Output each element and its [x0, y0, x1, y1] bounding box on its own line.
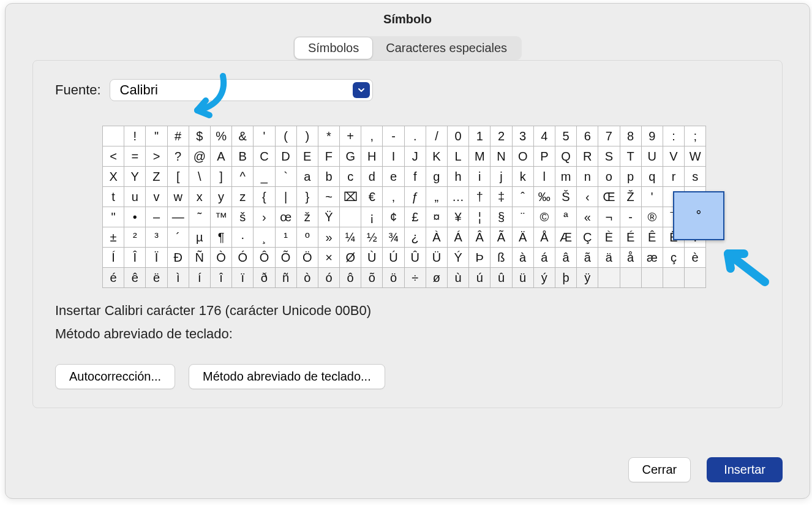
character-cell[interactable]: ²	[124, 227, 146, 248]
character-cell[interactable]: Õ	[276, 248, 297, 268]
character-cell[interactable]: 6	[577, 126, 598, 146]
character-cell[interactable]: è	[685, 248, 706, 268]
character-cell[interactable]	[598, 268, 620, 288]
character-cell[interactable]: ì	[168, 268, 189, 288]
character-cell[interactable]: Š	[555, 187, 577, 207]
character-cell[interactable]: ¢	[383, 207, 404, 227]
character-cell[interactable]: «	[577, 207, 598, 227]
close-button[interactable]: Cerrar	[628, 457, 691, 482]
character-cell[interactable]: ¾	[383, 227, 404, 248]
character-cell[interactable]: [	[168, 167, 189, 187]
character-cell[interactable]: ˜	[189, 207, 211, 227]
character-cell[interactable]	[103, 126, 124, 146]
character-cell[interactable]: ;	[685, 126, 706, 146]
character-cell[interactable]: ý	[534, 268, 555, 288]
character-cell[interactable]: +	[340, 126, 361, 146]
character-cell[interactable]: 5	[555, 126, 577, 146]
character-cell[interactable]: Ñ	[189, 248, 211, 268]
character-cell[interactable]: \	[189, 167, 211, 187]
character-cell[interactable]: ±	[103, 227, 124, 248]
character-cell[interactable]: é	[103, 268, 124, 288]
character-cell[interactable]: À	[426, 227, 448, 248]
character-cell[interactable]: È	[598, 227, 620, 248]
character-cell[interactable]: ~	[318, 187, 340, 207]
character-cell[interactable]: —	[168, 207, 189, 227]
character-cell[interactable]: Ö	[297, 248, 318, 268]
character-cell[interactable]	[642, 268, 663, 288]
character-cell[interactable]: ª	[555, 207, 577, 227]
character-cell[interactable]: Ò	[211, 248, 232, 268]
character-cell[interactable]: 4	[534, 126, 555, 146]
character-cell[interactable]: –	[146, 207, 167, 227]
character-cell[interactable]: Â	[469, 227, 491, 248]
character-cell[interactable]: ð	[254, 268, 275, 288]
character-cell[interactable]: Ô	[254, 248, 275, 268]
character-cell[interactable]: X	[103, 167, 124, 187]
character-cell[interactable]: q	[642, 167, 663, 187]
character-cell[interactable]: û	[491, 268, 512, 288]
character-cell[interactable]: e	[383, 167, 404, 187]
character-cell[interactable]: F	[318, 146, 340, 167]
character-cell[interactable]: U	[642, 146, 663, 167]
character-cell[interactable]: Ê	[642, 227, 663, 248]
character-cell[interactable]: µ	[189, 227, 211, 248]
character-cell[interactable]: #	[168, 126, 189, 146]
character-cell[interactable]: Æ	[555, 227, 577, 248]
character-cell[interactable]: ¨	[513, 207, 534, 227]
character-cell[interactable]: T	[620, 146, 642, 167]
character-cell[interactable]: p	[620, 167, 642, 187]
character-cell[interactable]: >	[146, 146, 167, 167]
character-cell[interactable]: ß	[491, 248, 512, 268]
character-cell[interactable]: |	[276, 187, 297, 207]
character-cell[interactable]: s	[685, 167, 706, 187]
character-cell[interactable]: …	[448, 187, 469, 207]
character-cell[interactable]: u	[124, 187, 146, 207]
character-cell[interactable]: R	[577, 146, 598, 167]
character-cell[interactable]	[663, 268, 685, 288]
character-cell[interactable]: ‹	[577, 187, 598, 207]
character-cell[interactable]: ^	[232, 167, 254, 187]
character-cell[interactable]: h	[448, 167, 469, 187]
character-cell[interactable]: ê	[124, 268, 146, 288]
character-cell[interactable]: 3	[513, 126, 534, 146]
character-cell[interactable]: /	[426, 126, 448, 146]
character-cell[interactable]: Ý	[448, 248, 469, 268]
character-cell[interactable]: þ	[555, 268, 577, 288]
character-cell[interactable]: ¼	[340, 227, 361, 248]
character-cell[interactable]: A	[211, 146, 232, 167]
character-cell[interactable]: ½	[361, 227, 383, 248]
character-cell[interactable]: b	[318, 167, 340, 187]
character-cell[interactable]: »	[318, 227, 340, 248]
character-cell[interactable]: â	[555, 248, 577, 268]
character-cell[interactable]: ò	[297, 268, 318, 288]
character-cell[interactable]: v	[146, 187, 167, 207]
character-cell[interactable]: ,	[361, 126, 383, 146]
character-cell[interactable]: D	[276, 146, 297, 167]
character-cell[interactable]: -	[620, 207, 642, 227]
character-cell[interactable]: d	[361, 167, 383, 187]
character-cell[interactable]: ñ	[276, 268, 297, 288]
character-cell[interactable]: Œ	[598, 187, 620, 207]
character-cell[interactable]: Á	[448, 227, 469, 248]
character-cell[interactable]: ø	[426, 268, 448, 288]
character-cell[interactable]: ¿	[405, 227, 426, 248]
character-cell[interactable]: K	[426, 146, 448, 167]
character-cell[interactable]: `	[276, 167, 297, 187]
character-cell[interactable]: 8	[620, 126, 642, 146]
insert-button[interactable]: Insertar	[707, 457, 783, 482]
character-cell[interactable]: ¥	[448, 207, 469, 227]
character-cell[interactable]: "	[103, 207, 124, 227]
character-cell[interactable]: O	[513, 146, 534, 167]
character-cell[interactable]: {	[254, 187, 275, 207]
character-cell[interactable]: ü	[513, 268, 534, 288]
character-cell[interactable]: j	[491, 167, 512, 187]
character-cell[interactable]: ‚	[383, 187, 404, 207]
character-cell[interactable]: ›	[254, 207, 275, 227]
character-cell[interactable]: }	[297, 187, 318, 207]
keyboard-shortcut-button[interactable]: Método abreviado de teclado...	[189, 364, 385, 389]
character-cell[interactable]: Å	[534, 227, 555, 248]
character-cell[interactable]: i	[469, 167, 491, 187]
character-cell[interactable]: 2	[491, 126, 512, 146]
character-cell[interactable]	[620, 268, 642, 288]
character-cell[interactable]: *	[318, 126, 340, 146]
